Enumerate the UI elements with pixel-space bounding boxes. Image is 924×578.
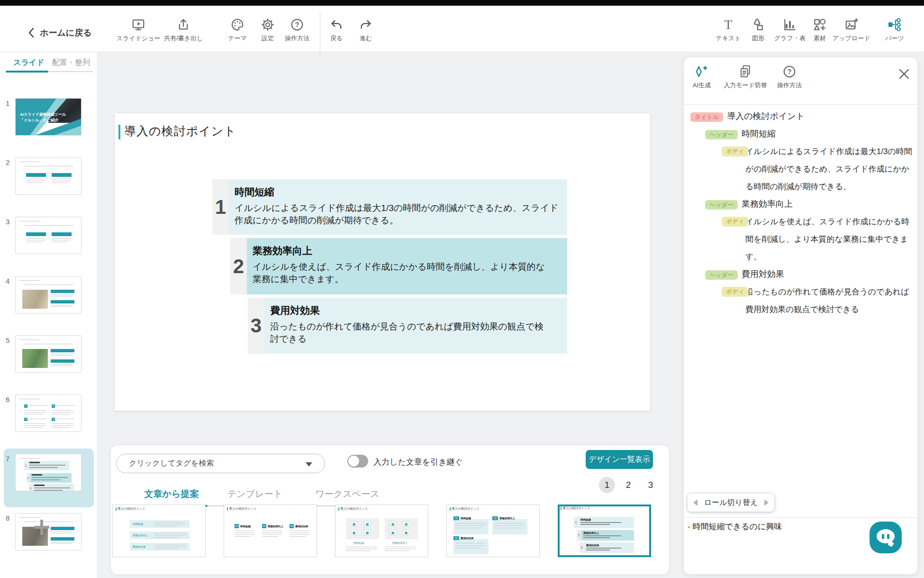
outline-tag-header: ヘッダー xyxy=(705,200,738,210)
input-mode-icon xyxy=(737,64,753,80)
outline-row-title[interactable]: タイトル導入の検討ポイント xyxy=(684,108,913,125)
chat-bubble-icon[interactable] xyxy=(870,522,902,553)
outline-tag-body: ボディ xyxy=(722,287,748,297)
carry-over-text-label: 入力した文章を引き継ぐ xyxy=(373,457,463,468)
toolbar-button-share-export[interactable]: 共有/書き出し xyxy=(157,17,209,43)
tag-search-placeholder: クリックしてタグを検索 xyxy=(129,459,214,468)
outline-row-header[interactable]: ヘッダー費用対効果 xyxy=(684,266,913,283)
toolbar-button-slideshow[interactable]: スライドショー xyxy=(112,17,164,43)
page-1[interactable]: 1 xyxy=(599,477,615,493)
carry-over-text-toggle[interactable] xyxy=(347,455,368,468)
design-tab-2[interactable]: ワークスペース xyxy=(315,488,379,500)
outline-tag-header: ヘッダー xyxy=(705,130,738,140)
window-top-strip xyxy=(0,0,924,6)
slide-thumbnail-3[interactable] xyxy=(15,217,82,254)
share-export-icon xyxy=(176,17,191,32)
slide-number: 2 xyxy=(6,158,15,166)
role-switch-button[interactable]: ロール切り替え xyxy=(688,494,774,512)
outline-list: タイトル導入の検討ポイントヘッダー時間短縮ボディイルシルによるスライド作成は最大… xyxy=(684,105,917,318)
outline-tag-body: ボディ xyxy=(722,217,748,227)
design-tab-0[interactable]: 文章から提案 xyxy=(145,488,199,500)
slide-number: 4 xyxy=(6,277,15,285)
role-prev-icon[interactable] xyxy=(693,499,698,506)
slide-thumbnail-4[interactable] xyxy=(15,276,82,313)
redo-icon xyxy=(358,17,373,32)
slide-item-number: 3 xyxy=(248,298,264,354)
page-2[interactable]: 2 xyxy=(620,477,636,493)
outline-panel-divider xyxy=(684,517,917,518)
sidebar-tab-underline-rest xyxy=(48,71,93,72)
slide-number: 3 xyxy=(6,218,15,226)
slide-item[interactable]: 時間短縮イルシルによるスライド作成は最大1/3の時間がの削減ができるため、スライ… xyxy=(229,179,567,235)
sidebar-tab-arrange[interactable]: 配置・整列 xyxy=(52,58,90,68)
slide-number: 6 xyxy=(6,395,15,404)
outline-row-body[interactable]: ボディイルシルを使えば、スライド作成にかかる時間を削減し、より本質的な業務に集中… xyxy=(684,213,913,266)
outline-row-body[interactable]: ボディ沿ったものが作れて価格が見合うのであれば費用対効果の観点で検討できる xyxy=(684,283,913,318)
memo-text: - 時間短縮できるのに興味 xyxy=(688,521,782,532)
page-3[interactable]: 3 xyxy=(643,477,659,493)
svg-text:?: ? xyxy=(787,67,791,75)
upload-icon xyxy=(844,17,859,32)
slide-number: 7 xyxy=(6,455,15,463)
design-suggestion-panel: クリックしてタグを検索 入力した文章を引き継ぐ デザイン一覧表示 文章から提案テ… xyxy=(110,445,670,575)
role-switch-label: ロール切り替え xyxy=(704,498,758,508)
panel-action-ai-generate[interactable]: AI生成 xyxy=(693,64,711,90)
outline-tag-body: ボディ xyxy=(722,147,748,156)
slide-number: 5 xyxy=(6,336,15,344)
tag-search-input[interactable]: クリックしてタグを検索 xyxy=(116,454,325,473)
design-tab-1[interactable]: テンプレート xyxy=(227,488,282,500)
slide-number: 1 xyxy=(6,99,15,107)
toolbar-button-parts[interactable]: パーツ xyxy=(869,17,921,43)
ai-generate-icon xyxy=(694,64,710,80)
slide-item[interactable]: 費用対効果沿ったものが作れて価格が見合うのであれば費用対効果の観点で検討できる xyxy=(264,298,567,354)
panel-action-input-mode[interactable]: 入力モード切替 xyxy=(724,64,767,90)
design-thumbnail-1[interactable]: 導入の検討ポイント時間短縮業務効率向上費用対効果 xyxy=(112,505,206,557)
outline-tag-title: タイトル xyxy=(690,112,723,122)
slideshow-icon xyxy=(131,17,146,32)
back-to-home-button[interactable]: ホームに戻る xyxy=(27,27,92,38)
design-thumbnail-2[interactable]: 導入の検討ポイント01時間短縮02業務効率向上03費用対効果 xyxy=(224,505,317,557)
back-to-home-label: ホームに戻る xyxy=(40,27,92,38)
slide-item-number: 1 xyxy=(212,179,229,235)
outline-row-header[interactable]: ヘッダー業務効率向上 xyxy=(684,195,913,213)
outline-row-header[interactable]: ヘッダー時間短縮 xyxy=(684,125,913,143)
toolbar-button-redo[interactable]: 進む xyxy=(340,17,392,43)
svg-text:?: ? xyxy=(295,20,299,28)
slide-item[interactable]: 業務効率向上イルシルを使えば、スライド作成にかかる時間を削減し、より本質的な業務… xyxy=(247,238,567,294)
slide-thumbnail-6[interactable]: 1234 xyxy=(15,395,82,432)
slide-thumbnail-2[interactable] xyxy=(15,157,82,195)
help-icon: ? xyxy=(781,64,797,80)
slide-thumbnail-7[interactable]: 123 xyxy=(15,454,82,491)
outline-row-body[interactable]: ボディイルシルによるスライド作成は最大1/3の時間がの削減ができるため、スライド… xyxy=(684,143,913,195)
slides-sidebar: スライド配置・整列 1AIスライド資料作成ツール「イルシル」のご紹介234561… xyxy=(0,52,98,578)
outline-panel: AI生成入力モード切替?操作方法 タイトル導入の検討ポイントヘッダー時間短縮ボデ… xyxy=(683,57,918,575)
design-thumbnail-3[interactable]: 導入の検討ポイント▦▦▦▦時間短縮▦▦▦▦業務効率向上 xyxy=(335,505,428,557)
design-thumbnail-5[interactable]: 導入の検討ポイント1時間短縮2業務効率向上3費用対効果 xyxy=(558,505,651,557)
slide-title-accent-bar xyxy=(118,125,120,139)
sidebar-tab-slides[interactable]: スライド xyxy=(13,58,45,68)
sidebar-tab-underline xyxy=(6,71,48,73)
svg-text:T: T xyxy=(725,18,733,32)
slide-thumbnail-5[interactable] xyxy=(15,335,82,373)
dropdown-caret-icon xyxy=(306,462,312,467)
role-next-icon[interactable] xyxy=(764,499,769,506)
toolbar: ホームに戻る スライドショー共有/書き出しテーマ設定?操作方法 戻る進む Tテキ… xyxy=(0,6,924,52)
slide-title[interactable]: 導入の検討ポイント xyxy=(124,123,236,139)
design-thumbnail-4[interactable]: 導入の検討ポイント01時間短縮02業務効率向上03費用対効果 xyxy=(446,505,540,557)
outline-tag-header: ヘッダー xyxy=(705,270,738,280)
parts-icon xyxy=(887,17,902,32)
help-icon: ? xyxy=(290,17,305,32)
outline-panel-header: AI生成入力モード切替?操作方法 xyxy=(684,57,917,105)
chevron-left-icon xyxy=(27,28,35,38)
design-list-button[interactable]: デザイン一覧表示 xyxy=(586,450,653,469)
slide-item-number: 2 xyxy=(230,238,247,294)
add-slide-button[interactable] xyxy=(34,520,49,535)
slide-canvas[interactable]: 導入の検討ポイント 1時間短縮イルシルによるスライド作成は最大1/3の時間がの削… xyxy=(115,113,650,411)
panel-action-help[interactable]: ?操作方法 xyxy=(777,64,802,90)
close-icon[interactable] xyxy=(898,68,910,80)
slide-number: 8 xyxy=(6,514,15,522)
slide-thumbnail-1[interactable]: AIスライド資料作成ツール「イルシル」のご紹介 xyxy=(15,98,82,136)
